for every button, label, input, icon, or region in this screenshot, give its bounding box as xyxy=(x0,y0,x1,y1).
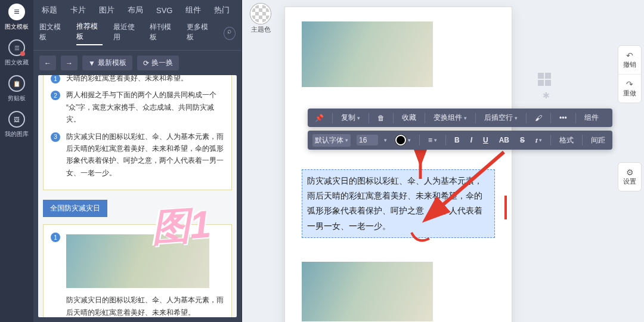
template-card[interactable]: 1 防灾减灾日的图标以彩虹、伞、人为基本元素，雨后天晴的彩虹寓意着美好、未来和希… xyxy=(43,224,232,317)
bullet-text: 防灾减灾日的图标以彩虹、伞、人为基本元素，雨后天晴的彩虹寓意着美好、未来和希望。 xyxy=(66,294,224,317)
undo-icon: ↶ xyxy=(621,51,639,60)
chevron-down-icon: ▾ xyxy=(357,115,360,121)
cat-svg[interactable]: SVG xyxy=(156,6,172,15)
template-sidebar: 标题 卡片 图片 布局 SVG 组件 热门 图文模板 推荐模板 最近使用 样刊模… xyxy=(33,0,242,322)
arrow-right-icon: → xyxy=(66,59,73,67)
editor-canvas[interactable]: 防灾减灾日的图标以彩虹、伞、人为基本元素，雨后天晴的彩虹寓意着美好、未来和希望，… xyxy=(242,0,644,322)
redo-button[interactable]: ↷重做 xyxy=(618,75,641,103)
latest-template-button[interactable]: ▼最新模板 xyxy=(82,55,132,70)
floating-toolbar: 📌 复制▾ 🗑 收藏 变换组件▾ 后插空行▾ 🖌 ••• 组件 默认字体 ▾ 1… xyxy=(308,109,612,150)
paint-icon: 🖌 xyxy=(535,114,542,122)
bold-button[interactable]: B xyxy=(452,135,462,145)
category-nav: 标题 卡片 图片 布局 SVG 组件 热门 xyxy=(33,0,242,19)
page-image[interactable] xyxy=(302,262,433,321)
paint-button[interactable]: 🖌 xyxy=(532,113,544,123)
chevron-down-icon: ▾ xyxy=(434,137,437,143)
spacing-button[interactable]: 间距 xyxy=(589,134,608,147)
tab-recommended[interactable]: 推荐模板 xyxy=(76,21,103,45)
strike-button[interactable]: S xyxy=(518,135,527,145)
rail-item-label: 剪贴板 xyxy=(4,94,30,103)
gear-icon: ⚙ xyxy=(621,168,639,177)
right-rail: ↶撤销 ↷重做 xyxy=(618,45,642,103)
chevron-down-icon: ▾ xyxy=(464,115,467,121)
redo-icon: ↷ xyxy=(621,79,639,89)
annotation-mark xyxy=(504,196,507,219)
bullet-text: 天晴的彩虹寓意着美好、未来和希望。 xyxy=(66,75,188,84)
cat-component[interactable]: 组件 xyxy=(185,5,201,16)
bullet-text: 防灾减灾日的图标以彩虹、伞、人为基本元素，雨后天晴的彩虹寓意着美好、未来和希望，… xyxy=(66,131,224,179)
more-icon: ••• xyxy=(559,114,567,122)
layout-grid-button[interactable] xyxy=(538,73,551,86)
filter-icon: ▼ xyxy=(88,59,95,67)
trash-icon: 🗑 xyxy=(377,114,385,122)
template-tools: ← → ▼最新模板 ⟳换一换 xyxy=(33,51,242,75)
left-rail: ≡ 图文模板 ☰ 图文收藏 📋 剪贴板 🖼 我的图库 xyxy=(0,0,33,322)
cat-layout[interactable]: 布局 xyxy=(128,5,143,16)
rail-item-templates[interactable]: ≡ 图文模板 xyxy=(4,4,30,31)
italic-button[interactable]: I xyxy=(468,135,475,145)
bullet-text: 两人相握之手与下面的两个人的腿共同构成一个“众”字，寓意大家携手、众志成城、共同… xyxy=(66,89,224,125)
tab-more[interactable]: 更多模板 xyxy=(187,22,213,45)
format-button[interactable]: 格式 xyxy=(557,134,576,147)
chevron-down-icon[interactable]: ▾ xyxy=(384,137,387,143)
search-button[interactable]: ⌕ xyxy=(224,27,236,40)
rail-item-favorites[interactable]: ☰ 图文收藏 xyxy=(4,39,30,67)
selected-text-block[interactable]: 防灾减灾日的图标以彩虹、伞、人为基本元素，雨后天晴的彩虹寓意着美好、未来和希望，… xyxy=(302,169,495,238)
transform-button[interactable]: 变换组件▾ xyxy=(431,112,469,124)
copy-button[interactable]: 复制▾ xyxy=(339,112,363,124)
nav-back-button[interactable]: ← xyxy=(39,55,56,70)
favorite-button[interactable]: 收藏 xyxy=(400,112,419,124)
templates-icon: ≡ xyxy=(8,4,25,20)
arrow-left-icon: ← xyxy=(44,59,51,67)
layout-star-button[interactable]: ✱ xyxy=(543,91,550,100)
rail-item-clipboard[interactable]: 📋 剪贴板 xyxy=(4,75,30,103)
tab-article-template[interactable]: 图文模板 xyxy=(39,22,66,45)
underline-button[interactable]: U xyxy=(481,135,491,145)
theme-color-picker[interactable]: 主题色 xyxy=(250,4,271,34)
rail-item-label: 我的图库 xyxy=(4,130,30,138)
ab-button[interactable]: AB xyxy=(497,135,512,145)
cat-title[interactable]: 标题 xyxy=(42,5,57,16)
rail-item-gallery[interactable]: 🖼 我的图库 xyxy=(4,111,30,138)
search-icon: ⌕ xyxy=(227,27,231,38)
nav-forward-button[interactable]: → xyxy=(61,55,78,70)
bullet-number: 3 xyxy=(51,132,60,142)
cat-card[interactable]: 卡片 xyxy=(70,5,86,16)
cat-hot[interactable]: 热门 xyxy=(214,5,230,16)
delete-button[interactable]: 🗑 xyxy=(375,113,387,123)
right-rail-settings: ⚙设置 xyxy=(618,162,642,191)
undo-button[interactable]: ↶撤销 xyxy=(618,46,641,75)
tab-sample[interactable]: 样刊模板 xyxy=(150,22,176,45)
transparency-swatch-icon xyxy=(250,4,271,24)
more-button[interactable]: ••• xyxy=(557,113,569,123)
page-image[interactable] xyxy=(302,21,433,87)
bullet-number: 1 xyxy=(51,75,60,83)
settings-button[interactable]: ⚙设置 xyxy=(618,163,641,191)
components-button[interactable]: 组件 xyxy=(582,112,601,124)
clipboard-icon: 📋 xyxy=(8,75,25,92)
font-size-input[interactable]: 16 xyxy=(357,135,378,145)
template-tabs: 图文模板 推荐模板 最近使用 样刊模板 更多模板 ⌕ xyxy=(33,19,242,51)
favorites-icon: ☰ xyxy=(8,39,25,56)
document-page[interactable]: 防灾减灾日的图标以彩虹、伞、人为基本元素，雨后天晴的彩虹寓意着美好、未来和希望，… xyxy=(285,7,512,322)
chevron-down-icon: ▾ xyxy=(345,137,348,143)
tt-button[interactable]: 𝑡▾ xyxy=(533,135,544,145)
pin-button[interactable]: 📌 xyxy=(312,113,326,123)
theme-label: 主题色 xyxy=(250,25,271,34)
refresh-icon: ⟳ xyxy=(143,59,149,67)
tab-recent[interactable]: 最近使用 xyxy=(113,22,140,45)
template-card[interactable]: 1天晴的彩虹寓意着美好、未来和希望。 2两人相握之手与下面的两个人的腿共同构成一… xyxy=(43,75,232,190)
rail-item-label: 图文收藏 xyxy=(4,58,30,67)
align-button[interactable]: ≡▾ xyxy=(426,135,439,145)
font-family-select[interactable]: 默认字体 ▾ xyxy=(312,134,351,147)
cat-image[interactable]: 图片 xyxy=(99,5,114,16)
text-color-button[interactable]: ▾ xyxy=(393,134,413,147)
bullet-number: 2 xyxy=(51,91,60,100)
swap-button[interactable]: ⟳换一换 xyxy=(137,55,179,70)
template-list[interactable]: 1天晴的彩虹寓意着美好、未来和希望。 2两人相握之手与下面的两个人的腿共同构成一… xyxy=(38,75,237,317)
pin-icon: 📌 xyxy=(315,114,324,122)
toolbar-row-actions: 📌 复制▾ 🗑 收藏 变换组件▾ 后插空行▾ 🖌 ••• 组件 xyxy=(308,109,612,127)
toolbar-row-text: 默认字体 ▾ 16▾ ▾ ≡▾ B I U AB S 𝑡▾ 格式 间距 xyxy=(308,131,612,150)
template-tag[interactable]: 全国防灾减灾日 xyxy=(43,200,107,217)
insert-blank-button[interactable]: 后插空行▾ xyxy=(482,112,520,124)
